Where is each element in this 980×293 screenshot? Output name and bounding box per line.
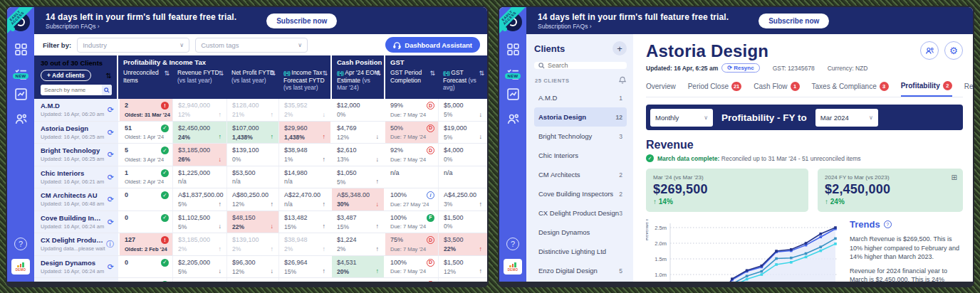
help-icon[interactable]: ? <box>14 238 27 250</box>
client-list-item[interactable]: CX Delight Product Design3 <box>534 203 627 223</box>
revenue-status: ✓ March data complete: Reconciled up to … <box>646 154 963 162</box>
trend-arrow-icon: ↑ <box>376 223 380 231</box>
clients-search-box[interactable] <box>534 62 627 69</box>
team-access-button[interactable] <box>920 41 939 60</box>
table-row[interactable]: CM Architects AUUpdated: 16 Apr, 06:48 a… <box>34 188 487 211</box>
svg-text:2.5m: 2.5m <box>655 225 667 231</box>
table-row[interactable]: Bright TechnologyUpdated: 16 Apr, 06:25 … <box>34 144 487 166</box>
sort-icon[interactable]: ⇅ <box>322 70 328 78</box>
client-list-item[interactable]: CM Architects2 <box>534 165 627 184</box>
team-icon[interactable] <box>506 112 519 125</box>
tab-overview[interactable]: Overview <box>646 82 676 95</box>
column-header[interactable]: GST Period Completion ⇅ <box>384 68 438 99</box>
refresh-icon[interactable]: ⟳ <box>108 195 114 204</box>
gst-number: GST: 12345678 <box>773 65 815 72</box>
period-select[interactable]: Mar 2024∨ <box>815 109 878 127</box>
table-row[interactable]: Cove Building InspectorsUpdated: 16 Apr,… <box>34 211 487 234</box>
table-row[interactable]: CX Delight Product DesignUpdating data..… <box>34 233 487 256</box>
group-header-gst: GST <box>384 55 487 68</box>
sort-icon[interactable]: ⇅ <box>479 70 484 78</box>
demo-mode-badge[interactable]: DEMO <box>504 259 522 275</box>
tab-profitability[interactable]: Profitability2 <box>901 81 952 97</box>
industry-filter-select[interactable]: Industry∨ <box>77 38 189 53</box>
settings-button[interactable]: ⚙ <box>944 41 963 60</box>
table-row[interactable]: A.M.DUpdated: 16 Apr, 06:20 am⟳2Oldest: … <box>34 99 487 122</box>
tab-report[interactable]: Report <box>964 82 973 95</box>
info-icon[interactable]: ⓘ <box>106 239 114 250</box>
sort-icon[interactable]: ⇅ <box>218 70 224 78</box>
add-client-button[interactable]: + <box>612 41 627 55</box>
refresh-icon[interactable]: ⟳ <box>108 217 114 226</box>
client-list-item[interactable]: Astoria Design12 <box>534 107 627 127</box>
client-list-item[interactable]: Cove Building Inspectors2 <box>534 184 627 203</box>
unreconciled-cell: 5Oldest: 3 Apr '24✓ <box>118 144 172 166</box>
check-icon: ✓ <box>161 191 169 199</box>
column-header[interactable]: Unreconciled Items ⇅ <box>118 68 172 99</box>
column-header[interactable]: ((•))Apr '24 EOM Estimate (vs Mar '24)⇅ <box>330 68 384 99</box>
trend-arrow-icon: ↑ <box>479 201 483 209</box>
table-view-icon[interactable]: ⊞ <box>952 174 957 181</box>
subscription-faqs-link[interactable]: Subscription FAQs › <box>538 23 729 30</box>
refresh-icon[interactable]: ⟳ <box>108 262 114 271</box>
search-icon[interactable] <box>102 85 112 95</box>
trend-arrow-icon: ↑ <box>479 267 483 276</box>
sort-icon[interactable]: ⇅ <box>429 70 435 78</box>
client-list-item[interactable]: A.M.D1 <box>534 88 627 107</box>
refresh-icon[interactable]: ⟳ <box>108 105 114 114</box>
resync-button[interactable]: ⟳ Resync <box>721 63 759 73</box>
subscribe-button[interactable]: Subscribe now <box>759 14 829 28</box>
tab-taxes-compliance[interactable]: Taxes & Compliance3 <box>812 82 889 96</box>
help-icon[interactable]: ? <box>506 238 519 250</box>
search-by-name-input[interactable] <box>41 87 102 93</box>
refresh-icon[interactable]: ⟳ <box>108 172 114 181</box>
client-updated: Updated: 16 Apr, 06:21 am <box>41 179 114 185</box>
client-list-item[interactable]: Chic Interiors <box>534 146 627 165</box>
subscription-faqs-link[interactable]: Subscription FAQs › <box>46 23 236 30</box>
client-alert-count: 2 <box>619 171 622 179</box>
client-list-item[interactable]: Enzo Digital Design5 <box>534 261 627 280</box>
column-header[interactable]: ((•))Income Tax Forecast FYTD (vs last y… <box>278 68 330 99</box>
interval-select[interactable]: Monthly∨ <box>650 109 713 127</box>
bell-icon[interactable] <box>619 76 626 85</box>
client-updated: Updated: 16 Apr, 06:48 am <box>41 201 114 207</box>
demo-mode-badge[interactable]: DEMO <box>11 259 30 275</box>
table-row[interactable]: Distinctive Lighting Ltd⟳1✓$2,572,500$11… <box>34 278 487 282</box>
refresh-icon[interactable]: ⟳ <box>108 127 114 137</box>
dashboard-grid-icon[interactable] <box>14 43 27 55</box>
app-sidebar: EARLY ACCESS NEW ? DEMO <box>499 7 526 282</box>
client-list-item[interactable]: Bright Technology3 <box>534 127 627 146</box>
sort-clients-icon[interactable]: ⇅ <box>106 72 112 80</box>
client-list-item[interactable]: Distinctive Lighting Ltd <box>534 242 627 261</box>
team-icon[interactable] <box>14 112 27 125</box>
column-header[interactable]: Net Profit FYTD (vs last year)⇅ <box>226 68 278 99</box>
table-row[interactable]: Design DynamosUpdated: 16 Apr, 06:24 am⟳… <box>34 256 487 279</box>
client-name: Chic Interiors <box>41 169 114 177</box>
column-header[interactable]: Revenue FYTD (vs last year)⇅ <box>172 68 226 99</box>
trend-arrow-icon: ↑ <box>323 223 326 231</box>
tab-cash-flow[interactable]: Cash Flow1 <box>754 82 799 96</box>
dashboard-assistant-button[interactable]: Dashboard Assistant <box>385 37 480 53</box>
help-circle-icon[interactable]: ? <box>884 220 892 228</box>
metric-cell: $139,1002%↑ <box>226 233 278 255</box>
dashboard-grid-icon[interactable] <box>506 43 519 55</box>
clients-header-cell: 30 out of 30 Clients + Add clients ⇅ <box>34 55 118 99</box>
client-list-item[interactable]: Grafix Design Studio1 <box>534 280 627 282</box>
trend-arrow-icon: ↓ <box>219 267 222 276</box>
table-row[interactable]: Chic InteriorsUpdated: 16 Apr, 06:21 am⟳… <box>34 166 487 189</box>
column-header[interactable]: ((•))GST Forecast (vs avg)⇅ <box>438 68 487 99</box>
insights-chart-icon[interactable] <box>14 87 27 100</box>
add-clients-button[interactable]: + Add clients <box>41 70 91 81</box>
chart-y-axis-label: Revenue in NZD <box>646 219 649 240</box>
subscribe-button[interactable]: Subscribe now <box>266 14 337 28</box>
client-list-item[interactable]: Design Dynamos <box>534 223 627 242</box>
trends-heading: Trends <box>850 219 880 230</box>
refresh-icon[interactable]: ⟳ <box>108 150 114 159</box>
table-row[interactable]: Astoria DesignUpdated: 16 Apr, 06:25 am⟳… <box>34 122 487 144</box>
insights-chart-icon[interactable] <box>506 87 519 100</box>
sort-icon[interactable]: ⇅ <box>270 70 276 78</box>
sort-icon[interactable]: ⇅ <box>375 70 381 78</box>
custom-tags-filter-select[interactable]: Custom tags∨ <box>195 38 308 53</box>
clients-search-input[interactable] <box>548 62 622 69</box>
sort-icon[interactable]: ⇅ <box>164 70 170 78</box>
tab-period-close[interactable]: Period Close21 <box>688 82 742 96</box>
